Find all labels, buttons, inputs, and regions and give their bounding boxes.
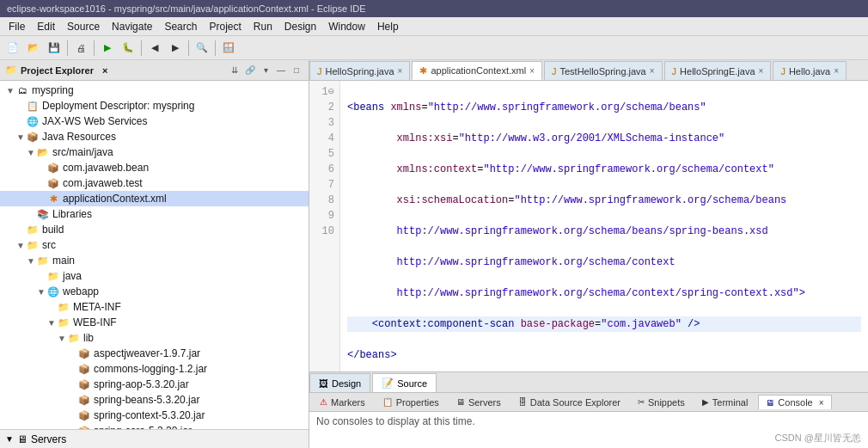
package-icon: 📦: [46, 161, 60, 175]
console-tab-datasource[interactable]: 🗄 Data Source Explorer: [511, 396, 627, 409]
console-tab-terminal[interactable]: ▶ Terminal: [695, 396, 755, 409]
tree-item-lib[interactable]: ▼ 📁 lib: [0, 330, 309, 346]
tree-item-src[interactable]: ▼ 📁 src: [0, 237, 309, 253]
tree-item-commonslogging[interactable]: 📦 commons-logging-1.2.jar: [0, 361, 309, 377]
expand-arrow[interactable]: ▼: [26, 148, 36, 157]
tab-close-icon[interactable]: ×: [650, 66, 655, 76]
tree-item-applicationcontext[interactable]: ✱ applicationContext.xml: [0, 191, 309, 206]
tree-item-springcore[interactable]: 📦 spring-core-5.3.20.jar: [0, 423, 309, 429]
tree-item-springbeans[interactable]: 📦 spring-beans-5.3.20.jar: [0, 392, 309, 408]
menu-source[interactable]: Source: [62, 19, 105, 34]
tab-applicationcontext[interactable]: ✱ applicationContext.xml ×: [412, 61, 542, 80]
expand-arrow[interactable]: ▼: [36, 287, 46, 297]
editor-tab-bar: J HelloSpring.java × ✱ applicationContex…: [309, 60, 868, 81]
tab-close-icon[interactable]: ×: [398, 66, 403, 76]
menu-project[interactable]: Project: [204, 19, 246, 34]
tree-item-srcmainjava[interactable]: ▼ 📂 src/main/java: [0, 144, 309, 160]
tree-item-libraries[interactable]: 📚 Libraries: [0, 206, 309, 222]
menu-help[interactable]: Help: [372, 19, 404, 34]
console-tab-snippets[interactable]: ✂ Snippets: [631, 396, 692, 409]
console-tab-console[interactable]: 🖥 Console ×: [758, 395, 831, 409]
properties-icon: 📋: [382, 397, 393, 407]
toolbar-save[interactable]: 💾: [45, 39, 64, 58]
expand-arrow[interactable]: ▼: [57, 334, 67, 343]
toolbar-back[interactable]: ◀: [145, 39, 164, 58]
tree-item-comjavaweb-bean[interactable]: 📦 com.javaweb.bean: [0, 160, 309, 175]
design-label: Design: [332, 378, 361, 389]
folder-icon: 📁: [26, 223, 40, 236]
expand-arrow[interactable]: ▼: [5, 86, 15, 95]
toolbar-run[interactable]: ▶: [98, 39, 117, 58]
tree-item-comjavaweb-test[interactable]: 📦 com.javaweb.test: [0, 175, 309, 191]
menu-design[interactable]: Design: [279, 19, 321, 34]
menu-navigate[interactable]: Navigate: [107, 19, 157, 34]
tab-hellospringejava[interactable]: J HelloSpringE.java ×: [664, 61, 772, 80]
tab-close-icon[interactable]: ×: [759, 66, 764, 76]
tree-item-webapp[interactable]: ▼ 🌐 webapp: [0, 284, 309, 299]
tab-close-icon[interactable]: ×: [529, 66, 535, 76]
menu-bar: File Edit Source Navigate Search Project…: [0, 17, 868, 36]
console-tab-markers[interactable]: ⚠ Markers: [313, 396, 372, 409]
editor-area: J HelloSpring.java × ✱ applicationContex…: [309, 60, 868, 448]
jar-icon: 📦: [77, 393, 91, 407]
sidebar-menu-icon[interactable]: ▾: [259, 64, 272, 77]
toolbar-debug[interactable]: 🐛: [119, 39, 138, 58]
tab-hellojava[interactable]: J Hello.java ×: [773, 61, 847, 80]
code-lines[interactable]: <beans xmlns="http://www.springframework…: [340, 81, 868, 371]
tree-item-jaxws[interactable]: 🌐 JAX-WS Web Services: [0, 114, 309, 129]
editor-content[interactable]: 1⊖ 2 3 4 5 6 7 8 9 10 <beans xmlns="http…: [309, 81, 868, 371]
tab-close-icon[interactable]: ×: [834, 66, 839, 76]
tab-testhellospringjava[interactable]: J TestHelloSpring.java ×: [544, 61, 663, 80]
code-line-9: </beans>: [347, 347, 861, 363]
toolbar-new[interactable]: 📄: [3, 39, 22, 58]
servers-tab-icon: 🖥: [456, 397, 465, 407]
expand-arrow[interactable]: ▼: [5, 434, 14, 444]
package-icon: 📦: [46, 176, 60, 190]
console-tab-servers[interactable]: 🖥 Servers: [449, 396, 508, 409]
toolbar-perspective[interactable]: 🪟: [219, 39, 238, 58]
toolbar-sep1: [67, 40, 68, 56]
tree-item-javaresources[interactable]: ▼ 📦 Java Resources: [0, 129, 309, 144]
link-with-editor-icon[interactable]: 🔗: [243, 64, 257, 77]
tab-label: applicationContext.xml: [431, 65, 526, 76]
tab-hellospringjava[interactable]: J HelloSpring.java ×: [309, 61, 410, 80]
minimize-icon[interactable]: —: [274, 64, 288, 77]
toolbar-print[interactable]: 🖨: [71, 39, 90, 58]
tree-item-build[interactable]: 📁 build: [0, 222, 309, 237]
menu-edit[interactable]: Edit: [32, 19, 60, 34]
expand-arrow[interactable]: ▼: [15, 241, 26, 250]
tab-label: Hello.java: [789, 66, 830, 77]
tab-source[interactable]: 📝 Source: [372, 373, 437, 392]
menu-window[interactable]: Window: [323, 19, 370, 34]
toolbar-open[interactable]: 📂: [24, 39, 43, 58]
console-close-icon[interactable]: ×: [819, 398, 824, 408]
tree-item-deployment[interactable]: 📋 Deployment Descriptor: myspring: [0, 98, 309, 114]
tree-item-webinf[interactable]: ▼ 📁 WEB-INF: [0, 315, 309, 330]
toolbar-search[interactable]: 🔍: [193, 39, 211, 58]
tree-item-springaop[interactable]: 📦 spring-aop-5.3.20.jar: [0, 377, 309, 392]
menu-file[interactable]: File: [3, 19, 30, 34]
toolbar-sep2: [94, 40, 95, 56]
menu-search[interactable]: Search: [159, 19, 202, 34]
expand-arrow[interactable]: ▼: [46, 318, 57, 328]
tree-item-myspring[interactable]: ▼ 🗂 myspring: [0, 83, 309, 98]
collapse-all-icon[interactable]: ⇊: [228, 64, 241, 77]
jar-icon: 📦: [77, 347, 91, 360]
expand-arrow[interactable]: ▼: [15, 132, 26, 142]
tab-design[interactable]: 🖼 Design: [309, 373, 370, 392]
maximize-icon[interactable]: □: [290, 64, 303, 77]
sidebar-close[interactable]: ×: [102, 65, 107, 76]
srcfolder-icon: 📂: [36, 145, 50, 159]
tree-item-java[interactable]: 📁 java: [0, 268, 309, 284]
tree-item-springcontext[interactable]: 📦 spring-context-5.3.20.jar: [0, 408, 309, 423]
expand-arrow[interactable]: ▼: [26, 256, 36, 266]
toolbar-sep4: [188, 40, 189, 56]
sidebar-tree[interactable]: ▼ 🗂 myspring 📋 Deployment Descriptor: my…: [0, 81, 309, 429]
servers-icon: 🖥: [17, 433, 28, 445]
toolbar-forward[interactable]: ▶: [166, 39, 185, 58]
tree-item-aspectjweaver[interactable]: 📦 aspectjweaver-1.9.7.jar: [0, 346, 309, 361]
tree-item-metainf[interactable]: 📁 META-INF: [0, 299, 309, 315]
menu-run[interactable]: Run: [248, 19, 278, 34]
console-tab-properties[interactable]: 📋 Properties: [376, 396, 446, 409]
tree-item-main[interactable]: ▼ 📁 main: [0, 253, 309, 268]
